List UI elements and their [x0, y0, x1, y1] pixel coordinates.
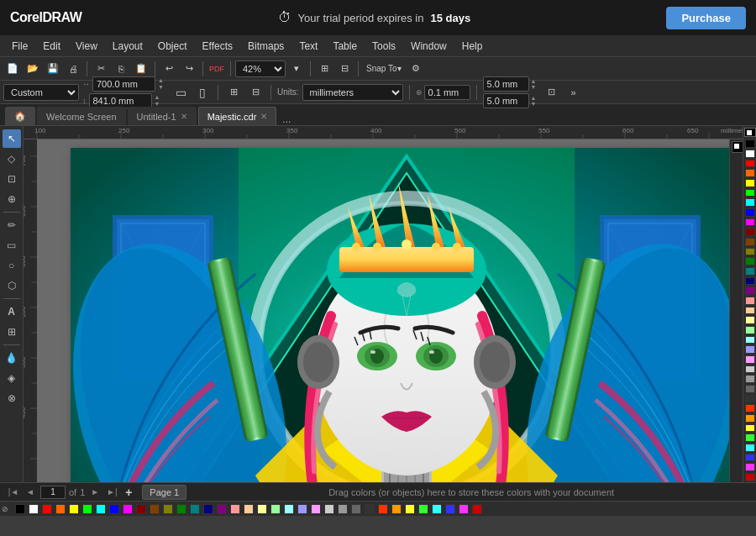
tool-node[interactable]: ◇: [3, 150, 21, 168]
menu-item-table[interactable]: Table: [326, 38, 364, 55]
tool-blend[interactable]: ⊗: [3, 389, 21, 407]
palette-color[interactable]: [445, 504, 455, 514]
palette-color[interactable]: [284, 504, 294, 514]
menu-item-text[interactable]: Text: [292, 38, 324, 55]
precision-icon[interactable]: ⊡: [543, 83, 561, 102]
color-swatch[interactable]: [745, 218, 755, 227]
color-swatch[interactable]: [745, 414, 755, 423]
prec2-down[interactable]: ▼: [531, 101, 539, 107]
color-swatch[interactable]: [745, 444, 755, 452]
menu-item-layout[interactable]: Layout: [106, 38, 150, 55]
width-down[interactable]: ▼: [158, 84, 168, 90]
tab-untitled-close[interactable]: ✕: [181, 112, 187, 121]
width-input[interactable]: 700.0 mm: [92, 76, 155, 92]
palette-color[interactable]: [190, 504, 200, 514]
color-swatch[interactable]: [745, 345, 755, 354]
color-swatch[interactable]: [745, 424, 755, 433]
fill-indicator[interactable]: [732, 141, 743, 153]
tool-select[interactable]: ↖: [3, 129, 21, 148]
color-swatch[interactable]: [745, 238, 755, 246]
palette-color[interactable]: [324, 504, 334, 514]
color-swatch[interactable]: [745, 139, 755, 148]
palette-color[interactable]: [391, 504, 402, 514]
tab-welcome-screen[interactable]: Welcome Screen: [37, 107, 126, 125]
add-page-button[interactable]: +: [122, 486, 135, 499]
cut-button[interactable]: ✂: [92, 60, 110, 78]
tool-table[interactable]: ⊞: [3, 323, 21, 341]
tool-rectangle[interactable]: ▭: [3, 236, 21, 255]
tab-majestic-close[interactable]: ✕: [260, 112, 267, 121]
color-swatch[interactable]: [745, 316, 755, 324]
palette-color[interactable]: [69, 504, 79, 514]
tool-fill[interactable]: ◈: [3, 369, 21, 387]
tool-zoom[interactable]: ⊕: [3, 190, 21, 208]
tab-home[interactable]: 🏠: [5, 107, 35, 125]
color-swatch[interactable]: [745, 404, 755, 413]
menu-item-help[interactable]: Help: [455, 38, 490, 55]
prec1-up[interactable]: ▲: [531, 78, 539, 84]
portrait-button[interactable]: ▭: [171, 83, 190, 102]
menu-item-tools[interactable]: Tools: [365, 38, 402, 55]
palette-color[interactable]: [230, 504, 240, 514]
view-options-2[interactable]: ⊟: [335, 60, 354, 78]
color-swatch[interactable]: [745, 257, 755, 265]
color-swatch[interactable]: [745, 454, 755, 462]
palette-color[interactable]: [15, 504, 25, 514]
tool-polygon[interactable]: ⬡: [3, 276, 21, 295]
palette-color[interactable]: [203, 504, 213, 514]
prec1-down[interactable]: ▼: [531, 84, 539, 90]
palette-color[interactable]: [96, 504, 106, 514]
menu-item-file[interactable]: File: [5, 38, 34, 55]
first-page-button[interactable]: |◄: [7, 486, 20, 499]
no-fill-swatch[interactable]: ⊘: [2, 505, 8, 513]
color-swatch[interactable]: [745, 160, 755, 168]
palette-color[interactable]: [432, 504, 442, 514]
palette-color[interactable]: [270, 504, 281, 514]
color-swatch[interactable]: [745, 473, 755, 481]
palette-color[interactable]: [29, 504, 39, 514]
color-swatch[interactable]: [745, 179, 755, 187]
zoom-select[interactable]: 42%50%75%100%: [235, 60, 286, 77]
palette-color[interactable]: [163, 504, 173, 514]
menu-item-bitmaps[interactable]: Bitmaps: [241, 38, 291, 55]
color-swatch[interactable]: [745, 267, 755, 276]
purchase-button[interactable]: Purchase: [666, 7, 746, 29]
current-page-input[interactable]: 1: [40, 486, 66, 499]
undo-button[interactable]: ↩: [160, 60, 178, 78]
height-down[interactable]: ▼: [155, 101, 165, 107]
settings-button[interactable]: ⚙: [407, 60, 425, 78]
tab-untitled[interactable]: Untitled-1 ✕: [128, 107, 197, 125]
color-swatch[interactable]: [745, 297, 755, 305]
palette-color[interactable]: [257, 504, 267, 514]
page-label[interactable]: Page 1: [142, 485, 186, 500]
color-swatch[interactable]: [745, 150, 755, 158]
color-swatch[interactable]: [745, 375, 755, 383]
landscape-button[interactable]: ▯: [193, 83, 212, 102]
palette-color[interactable]: [365, 504, 375, 514]
precision-input-1[interactable]: 5.0 mm: [483, 76, 529, 92]
color-swatch[interactable]: [745, 326, 755, 334]
color-swatch[interactable]: [745, 198, 755, 207]
precision-input-2[interactable]: 5.0 mm: [483, 93, 529, 108]
menu-item-window[interactable]: Window: [404, 38, 454, 55]
palette-color[interactable]: [338, 504, 348, 514]
palette-color[interactable]: [297, 504, 307, 514]
menu-item-edit[interactable]: Edit: [36, 38, 67, 55]
paste-button[interactable]: 📋: [132, 60, 150, 78]
palette-color[interactable]: [42, 504, 52, 514]
color-swatch[interactable]: [745, 463, 755, 471]
menu-item-effects[interactable]: Effects: [196, 38, 239, 55]
pdf-button[interactable]: PDF: [207, 60, 226, 78]
open-button[interactable]: 📂: [24, 60, 42, 78]
distribute-button[interactable]: ⊟: [246, 83, 265, 102]
tool-eyedropper[interactable]: 💧: [3, 349, 21, 367]
tool-freehand[interactable]: ✏: [3, 216, 21, 234]
color-swatch[interactable]: [745, 208, 755, 217]
palette-color[interactable]: [82, 504, 92, 514]
palette-color[interactable]: [351, 504, 361, 514]
color-swatch[interactable]: [745, 169, 755, 177]
new-button[interactable]: 📄: [3, 60, 22, 78]
next-page-button[interactable]: ►: [88, 486, 102, 499]
palette-color[interactable]: [472, 504, 482, 514]
zoom-dropdown[interactable]: ▾: [287, 60, 306, 78]
